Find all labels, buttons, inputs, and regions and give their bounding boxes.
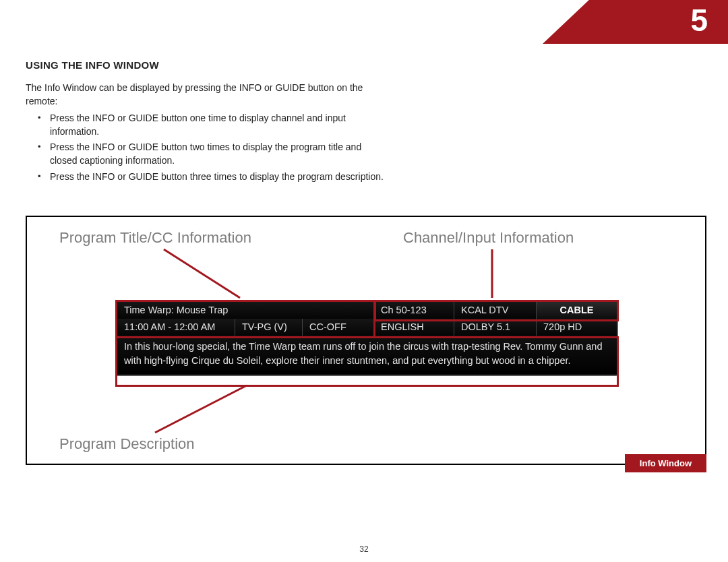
program-description: In this hour-long special, the Time Warp… bbox=[117, 336, 617, 375]
instruction-list: Press the INFO or GUIDE button one time … bbox=[26, 112, 390, 183]
program-rating: TV-PG (V) bbox=[235, 319, 303, 336]
page-number: 32 bbox=[0, 544, 728, 554]
list-item: Press the INFO or GUIDE button two times… bbox=[40, 141, 390, 167]
intro-text: The Info Window can be displayed by pres… bbox=[26, 82, 390, 108]
chapter-tab: 5 bbox=[543, 0, 728, 44]
station-name: KCAL DTV bbox=[454, 302, 537, 319]
audio-language: ENGLISH bbox=[374, 319, 454, 336]
svg-line-2 bbox=[155, 385, 247, 433]
video-resolution: 720p HD bbox=[537, 319, 617, 336]
program-title: Time Warp: Mouse Trap bbox=[117, 302, 374, 319]
label-channel: Channel/Input Information bbox=[403, 229, 574, 247]
list-item: Press the INFO or GUIDE button one time … bbox=[40, 112, 390, 138]
diagram-caption-badge: Info Window bbox=[625, 454, 706, 472]
cc-status: CC-OFF bbox=[303, 319, 374, 336]
channel-number: Ch 50-123 bbox=[374, 302, 454, 319]
info-window-screenshot: Time Warp: Mouse Trap Ch 50-123 KCAL DTV… bbox=[116, 301, 618, 376]
info-row-1: Time Warp: Mouse Trap Ch 50-123 KCAL DTV… bbox=[117, 302, 617, 319]
svg-line-0 bbox=[164, 249, 240, 298]
section-heading: USING THE INFO WINDOW bbox=[26, 59, 390, 71]
content-column: USING THE INFO WINDOW The Info Window ca… bbox=[26, 59, 390, 186]
input-name: CABLE bbox=[537, 302, 617, 319]
info-row-2: 11:00 AM - 12:00 AM TV-PG (V) CC-OFF ENG… bbox=[117, 319, 617, 336]
program-time: 11:00 AM - 12:00 AM bbox=[117, 319, 235, 336]
audio-format: DOLBY 5.1 bbox=[454, 319, 537, 336]
label-description: Program Description bbox=[59, 435, 195, 453]
label-title-cc: Program Title/CC Information bbox=[59, 229, 251, 247]
diagram-frame: Program Title/CC Information Channel/Inp… bbox=[26, 216, 706, 465]
list-item: Press the INFO or GUIDE button three tim… bbox=[40, 170, 390, 184]
